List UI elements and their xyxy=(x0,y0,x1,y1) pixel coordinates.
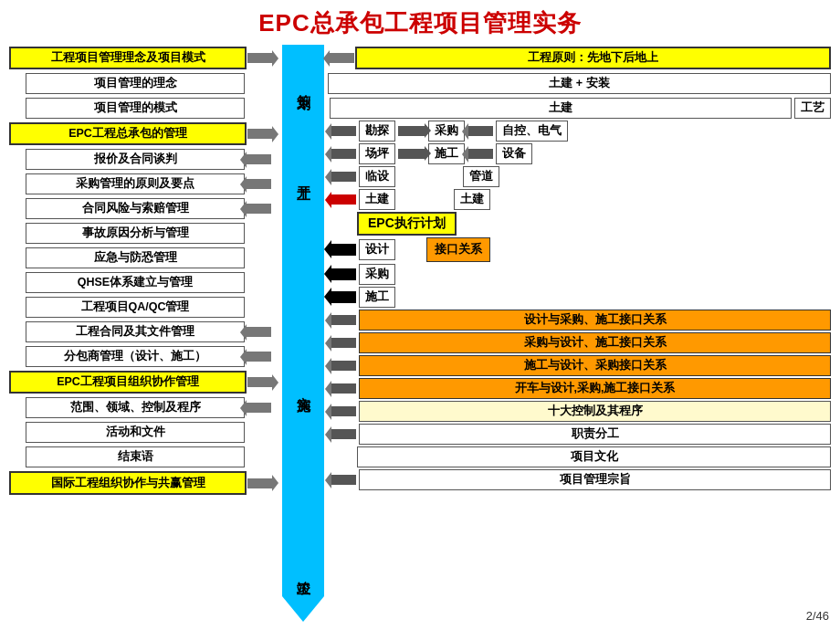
left-item13: 活动和文件 xyxy=(26,422,295,443)
right-intf3: 施工与设计、采购接口关系 xyxy=(330,355,831,376)
center-label-jungong: 竣工 xyxy=(295,570,312,573)
right-tujian-row: 土建 土建 xyxy=(330,189,831,210)
arrow-s1 xyxy=(247,53,273,63)
arrow-r5 xyxy=(331,126,356,136)
right-r3r4-row: 土建 工艺 xyxy=(330,98,831,119)
arrow-s4 xyxy=(247,478,273,488)
left-item4: 采购管理的原则及要点 xyxy=(26,173,295,194)
left-item11: 分包商管理（设计、施工） xyxy=(26,346,295,367)
center-label-shishi: 实施 xyxy=(295,385,312,389)
left-item5: 合同风险与索赔管理 xyxy=(26,198,295,219)
left-item2: 项目管理的模式 xyxy=(26,98,295,119)
arrow-intf3 xyxy=(331,361,356,371)
left-section4: 国际工程组织协作与共赢管理 xyxy=(9,471,278,495)
left-section1: 工程项目管理理念及项目模式 xyxy=(9,47,278,69)
left-item1: 项目管理的理念 xyxy=(26,73,295,94)
arrow-i3 xyxy=(246,154,271,164)
arrow-i10 xyxy=(246,327,271,337)
right-zongzhi: 项目管理宗旨 xyxy=(330,469,831,490)
right-shigong-row: 场坪 施工 设备 xyxy=(330,143,831,164)
center-label-cehui: 策划 xyxy=(295,84,312,88)
right-intf2: 采购与设计、施工接口关系 xyxy=(330,332,831,353)
left-section3: EPC工程项目组织协作管理 xyxy=(9,371,278,394)
arrow-r8 xyxy=(331,149,356,159)
page: EPC总承包工程项目管理实务 工程项目管理理念及项目模式 项目管理的理念 项目管… xyxy=(0,0,840,630)
arrow-i11 xyxy=(246,352,271,362)
right-lincai-row: 临设 管道 xyxy=(330,166,831,187)
left-item10: 工程合同及其文件管理 xyxy=(26,321,295,342)
left-item12: 范围、领域、控制及程序 xyxy=(26,397,295,418)
right-shida: 十大控制及其程序 xyxy=(330,401,831,422)
arrow-s2 xyxy=(247,129,273,139)
right-intf1: 设计与采购、施工接口关系 xyxy=(330,310,831,331)
arrow-intf1 xyxy=(331,315,356,325)
left-item7: 应急与防恐管理 xyxy=(26,247,295,268)
arrow-intf2 xyxy=(331,338,356,348)
left-item14: 结束语 xyxy=(26,446,295,467)
right-purchase-row: 勘探 采购 自控、电气 xyxy=(330,121,831,142)
left-section2: EPC工程总承包的管理 xyxy=(9,122,278,145)
arrow-i12 xyxy=(246,403,271,413)
arrow-r11 xyxy=(331,172,356,182)
arrow-s3 xyxy=(247,377,273,387)
arrow-r10 xyxy=(467,149,493,159)
arrow-r1 xyxy=(329,53,354,63)
right-epc-plan-row: EPC执行计划 xyxy=(330,212,831,236)
right-caigou-row: 采购 xyxy=(330,264,831,285)
arrow-r14-red xyxy=(331,194,356,205)
arrow-intf4 xyxy=(331,383,356,394)
right-wenhua: 项目文化 xyxy=(330,446,831,467)
right-r2: 土建 + 安装 xyxy=(328,73,831,94)
arrow-r16-black xyxy=(331,244,356,256)
page-title: EPC总承包工程项目管理实务 xyxy=(9,7,831,39)
right-zhize: 职责分工 xyxy=(330,424,831,445)
right-r1: 工程原则：先地下后地上 xyxy=(328,47,831,69)
arrow-i5 xyxy=(246,204,271,214)
arrow-zhize xyxy=(331,429,356,439)
left-item6: 事故原因分析与管理 xyxy=(26,223,295,244)
left-item8: QHSE体系建立与管理 xyxy=(26,272,295,293)
arrow-r7 xyxy=(467,126,493,136)
arrow-shida xyxy=(331,406,356,416)
left-item9: 工程项目QA/QC管理 xyxy=(26,297,295,318)
right-shigong2-row: 施工 xyxy=(330,287,831,308)
arrow-zongzhi xyxy=(331,475,356,485)
right-design-row: 设计 接口关系 xyxy=(330,237,831,262)
center-arrow-tip xyxy=(282,596,324,622)
right-intf4: 开车与设计,采购,施工接口关系 xyxy=(330,378,831,399)
center-label-kaigong: 开工 xyxy=(295,175,312,179)
left-item3: 报价及合同谈判 xyxy=(26,149,295,170)
arrow-r18-black xyxy=(331,268,356,280)
arrow-r19-black xyxy=(331,291,356,303)
arrow-i4 xyxy=(246,179,271,189)
